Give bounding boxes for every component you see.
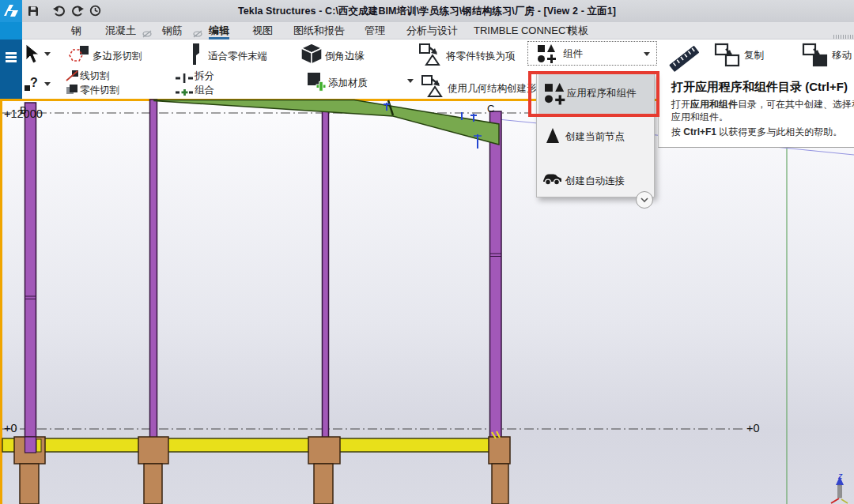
convert-part-to-item-icon[interactable]	[418, 43, 444, 70]
create-current-joint-label: 创建当前节点	[565, 130, 625, 144]
pier-4[interactable]	[492, 464, 508, 504]
move-label[interactable]: 移动	[832, 49, 852, 62]
add-material-label[interactable]: 添加材质	[328, 77, 368, 90]
column-grid-b[interactable]	[25, 103, 36, 453]
select-cursor-icon[interactable]	[24, 44, 41, 68]
column-2[interactable]	[150, 100, 157, 438]
tab-template[interactable]: 模板	[568, 22, 588, 39]
copy-label[interactable]: 复制	[744, 49, 764, 62]
side-strip	[0, 39, 22, 99]
fit-part-end-icon[interactable]	[191, 43, 202, 69]
convert-part-to-item-label[interactable]: 将零件转换为项	[446, 50, 516, 63]
combine-label[interactable]: 组合	[195, 84, 214, 97]
chamfer-edges-icon[interactable]	[300, 42, 323, 69]
part-cut-label[interactable]: 零件切割	[80, 84, 119, 97]
tooltip-line1: 打开应用和组件目录，可在其中创建、选择和管理	[671, 98, 854, 111]
column-3[interactable]	[323, 110, 329, 438]
copy-icon[interactable]	[714, 43, 743, 71]
tab-steel[interactable]: 钢	[71, 22, 81, 39]
column-grid-c[interactable]	[490, 111, 502, 440]
split-icon[interactable]	[176, 72, 193, 86]
polygon-cut-icon[interactable]	[66, 45, 90, 69]
create-shape-icon[interactable]	[421, 74, 446, 101]
tab-concrete[interactable]: 混凝土	[105, 22, 136, 39]
tab-edit[interactable]: 编辑	[209, 22, 229, 39]
tooltip-line3: 按 Ctrl+F1 以获得更多与此相关的帮助。	[671, 126, 842, 139]
line-cut-label[interactable]: 线切割	[80, 70, 110, 83]
tekla-structures-window: Tekla Structures - C:\西交成建BIM培训\学员练习\钢结构…	[0, 0, 854, 504]
applications-components-label: 应用程序和组件	[567, 87, 637, 100]
help-dropdown-caret[interactable]	[44, 82, 51, 86]
dropdown-expand-button[interactable]	[636, 191, 653, 209]
elevation-label-zero-right: +0	[746, 422, 760, 434]
create-shape-label[interactable]: 使用几何结构创建形状	[448, 82, 546, 96]
ribbon-scrollbar[interactable]	[833, 35, 854, 39]
add-material-dropdown-caret[interactable]	[407, 79, 414, 83]
model-view-elevation[interactable]: +12000 B C +0 +0 z	[0, 99, 854, 504]
window-title: Tekla Structures - C:\西交成建BIM培训\学员练习\钢结构…	[0, 0, 854, 22]
tooltip-title: 打开应用程序和组件目录 (Ctrl+F)	[671, 80, 848, 95]
grid-label-b: B	[20, 104, 27, 116]
ground-beam[interactable]	[2, 438, 505, 452]
tab-drawings-reports[interactable]: 图纸和报告	[293, 22, 345, 39]
help-tool-icon[interactable]: ?	[30, 76, 38, 90]
select-dropdown-caret[interactable]	[44, 52, 51, 56]
pier-2[interactable]	[144, 464, 162, 504]
pier-cap-4[interactable]	[489, 437, 510, 464]
column-base-in-cap	[25, 437, 36, 453]
applications-components-icon	[545, 83, 565, 106]
fit-part-end-label[interactable]: 适合零件末端	[208, 50, 267, 63]
tab-manage[interactable]: 管理	[365, 22, 385, 39]
split-label[interactable]: 拆分	[195, 70, 214, 83]
component-dropdown-caret[interactable]	[644, 52, 650, 56]
pier-1[interactable]	[20, 464, 39, 504]
component-dropdown-menu: 应用程序和组件 创建当前节点 创建自动连接	[536, 73, 655, 197]
component-shapes-icon	[538, 44, 557, 65]
tab-trimble-connect[interactable]: TRIMBLE CONNECT	[474, 22, 572, 39]
create-auto-connection-label: 创建自动连接	[565, 175, 625, 188]
create-current-joint-icon	[546, 128, 559, 143]
side-strip-top	[0, 22, 22, 39]
part-cut-icon[interactable]	[66, 84, 78, 99]
measure-ruler-icon[interactable]	[667, 43, 701, 77]
menu-item-applications-components[interactable]: 应用程序和组件	[538, 74, 654, 114]
component-button-label: 组件	[563, 47, 583, 61]
create-auto-connection-icon	[542, 171, 563, 190]
tab-rebar[interactable]: 钢筋	[162, 22, 183, 39]
tab-analysis-design[interactable]: 分析与设计	[406, 22, 458, 39]
title-bar: Tekla Structures - C:\西交成建BIM培训\学员练习\钢结构…	[0, 0, 854, 22]
help-square-icon	[25, 85, 30, 91]
polygon-cut-label[interactable]: 多边形切割	[93, 50, 142, 63]
add-material-icon[interactable]	[306, 71, 327, 96]
pier-cap-3[interactable]	[308, 437, 340, 464]
tooltip-line2: 应用和组件。	[671, 111, 728, 124]
component-tooltip: 打开应用程序和组件目录 (Ctrl+F) 打开应用和组件目录，可在其中创建、选择…	[658, 75, 854, 148]
beam-end-in-cap	[36, 439, 41, 452]
grid-label-c: C	[487, 103, 494, 115]
elevation-label-zero-left: +0	[4, 422, 17, 434]
move-icon[interactable]	[802, 43, 830, 71]
pier-3[interactable]	[314, 464, 333, 504]
chamfer-edges-label[interactable]: 倒角边缘	[325, 50, 365, 63]
component-button[interactable]: 组件	[527, 41, 657, 66]
menu-bar: 钢 混凝土 钢筋 编辑 视图 图纸和报告 管理 分析与设计 TRIMBLE CO…	[22, 22, 854, 39]
line-cut-icon[interactable]	[66, 70, 79, 85]
tab-view[interactable]: 视图	[252, 22, 273, 39]
pier-cap-2[interactable]	[138, 437, 168, 464]
